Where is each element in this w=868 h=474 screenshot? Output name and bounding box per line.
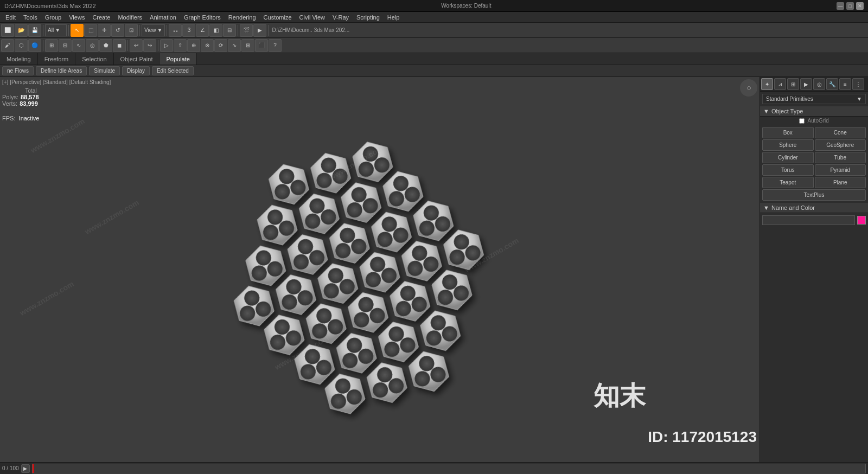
plane-btn[interactable]: Plane	[815, 177, 866, 188]
snap3d-btn[interactable]: 3	[182, 24, 195, 37]
object-type-header[interactable]: ▼ Object Type	[760, 106, 868, 117]
menu-civil-view[interactable]: Civil View	[296, 13, 328, 22]
question-btn[interactable]: ?	[269, 39, 282, 52]
sphere-btn[interactable]: Sphere	[762, 139, 814, 151]
drape-btn[interactable]: ⊟	[59, 39, 72, 52]
paint-btn[interactable]: 🖌	[1, 39, 14, 52]
sculpt-btn[interactable]: 🔵	[28, 39, 41, 52]
teapot-btn[interactable]: Teapot	[762, 177, 814, 188]
menu-tools[interactable]: Tools	[20, 13, 41, 22]
conform-btn[interactable]: ⊞	[45, 39, 58, 52]
edit-selected-btn[interactable]: Edit Selected	[152, 66, 194, 75]
flatten-btn[interactable]: ⊞	[241, 39, 254, 52]
tab-populate[interactable]: Populate	[159, 53, 196, 65]
create-tab-icon[interactable]: ✦	[761, 78, 773, 90]
relax-btn[interactable]: ∿	[72, 39, 85, 52]
render-btn[interactable]: ▶	[253, 24, 266, 37]
open-btn[interactable]: 📂	[15, 24, 28, 37]
fill-btn[interactable]: ⬛	[255, 39, 268, 52]
geosphere-btn[interactable]: GeoSphere	[815, 139, 866, 151]
ne-flows-btn[interactable]: ne Flows	[2, 66, 34, 75]
move2-btn[interactable]: ⊕	[187, 39, 200, 52]
save-btn[interactable]: 💾	[28, 24, 41, 37]
extra2-tab-icon[interactable]: ⋮	[852, 78, 864, 90]
menu-group[interactable]: Group	[42, 13, 65, 22]
timeline-track[interactable]	[32, 464, 866, 473]
object-name-input[interactable]	[762, 215, 855, 225]
new-scene-btn[interactable]: ⬜	[1, 24, 14, 37]
mirror-btn[interactable]: ◧	[209, 24, 222, 37]
rotate2-btn[interactable]: ⟳	[214, 39, 227, 52]
undo-btn[interactable]: ↩	[130, 39, 143, 52]
pyramid-btn[interactable]: Pyramid	[815, 164, 866, 176]
obj-btn[interactable]: ⬟	[99, 39, 112, 52]
menu-create[interactable]: Create	[89, 13, 113, 22]
tab-modeling[interactable]: Modeling	[0, 53, 38, 65]
menu-rendering[interactable]: Rendering	[225, 13, 259, 22]
minimize-button[interactable]: —	[837, 2, 844, 10]
close-button[interactable]: ✕	[856, 2, 864, 10]
autogrid-label: AutoGrid	[760, 117, 868, 125]
tube-btn[interactable]: Tube	[815, 152, 866, 163]
layer-dropdown[interactable]: All ▼	[45, 24, 67, 36]
utilities-tab-icon[interactable]: 🔧	[826, 78, 838, 90]
render-setup-btn[interactable]: 🎬	[240, 24, 253, 37]
color-swatch[interactable]	[857, 216, 866, 225]
maximize-button[interactable]: □	[846, 2, 854, 10]
name-color-header[interactable]: ▼ Name and Color	[760, 203, 868, 213]
shape-btn[interactable]: ▷	[160, 39, 173, 52]
select-btn[interactable]: ↖	[71, 24, 84, 37]
deform-btn[interactable]: ⬡	[15, 39, 28, 52]
redo-btn[interactable]: ↪	[143, 39, 156, 52]
nav-cube[interactable]: ⬡	[740, 79, 757, 97]
menu-modifiers[interactable]: Modifiers	[114, 13, 145, 22]
scale-btn[interactable]: ⊡	[125, 24, 138, 37]
hierarchy-tab-icon[interactable]: ⊞	[787, 78, 799, 90]
menu-views[interactable]: Views	[66, 13, 88, 22]
torus-btn[interactable]: Torus	[762, 164, 814, 176]
menu-animation[interactable]: Animation	[146, 13, 180, 22]
secondary-toolbar: ne Flows Define Idle Areas Simulate Disp…	[0, 65, 868, 77]
view-dropdown[interactable]: View ▼	[142, 24, 165, 36]
layer-label: All	[48, 27, 54, 33]
define-idle-areas-btn[interactable]: Define Idle Areas	[36, 66, 87, 75]
relax2-btn[interactable]: ∿	[228, 39, 241, 52]
poly-btn[interactable]: ◼	[113, 39, 126, 52]
cylinder-btn[interactable]: Cylinder	[762, 152, 814, 163]
shift-btn[interactable]: ⇧	[174, 39, 187, 52]
autogrid-checkbox[interactable]	[799, 118, 805, 124]
display-btn[interactable]: Display	[122, 66, 150, 75]
move-btn[interactable]: ✛	[98, 24, 111, 37]
fps-value: Inactive	[19, 115, 40, 121]
primitives-dropdown[interactable]: Standard Primitives ▼	[762, 94, 866, 104]
motion-tab-icon[interactable]: ▶	[800, 78, 812, 90]
textplus-btn[interactable]: TextPlus	[762, 189, 866, 201]
tab-object-paint[interactable]: Object Paint	[114, 53, 160, 65]
tab-selection[interactable]: Selection	[75, 53, 113, 65]
box-btn[interactable]: Box	[762, 127, 814, 138]
display-tab-icon[interactable]: ◎	[813, 78, 825, 90]
workspace-label: Workspaces: Default	[441, 3, 491, 9]
extra-tab-icon[interactable]: ≡	[839, 78, 851, 90]
simulate-btn[interactable]: Simulate	[89, 66, 120, 75]
scale2-btn[interactable]: ⊗	[201, 39, 214, 52]
menu-edit[interactable]: Edit	[2, 13, 19, 22]
tab-freeform[interactable]: Freeform	[38, 53, 76, 65]
viewport[interactable]: [+] [Perspective] [Standard] [Default Sh…	[0, 77, 760, 462]
menu-vray[interactable]: V-Ray	[329, 13, 352, 22]
modify-tab-icon[interactable]: ⊿	[774, 78, 786, 90]
snap-toggle-btn[interactable]: ⚏	[169, 24, 182, 37]
menu-graph-editors[interactable]: Graph Editors	[181, 13, 224, 22]
soft-sel-btn[interactable]: ◎	[86, 39, 99, 52]
dropdown-text: Standard Primitives	[766, 96, 813, 102]
rotate-btn[interactable]: ↺	[111, 24, 124, 37]
menu-help[interactable]: Help	[384, 13, 403, 22]
cone-btn[interactable]: Cone	[815, 127, 866, 138]
frame-forward-btn[interactable]: ▶	[21, 464, 30, 473]
menu-customize[interactable]: Customize	[260, 13, 295, 22]
timeline: 0 / 100 ▶	[0, 462, 868, 474]
align-btn[interactable]: ⊟	[223, 24, 236, 37]
angle-snap-btn[interactable]: ∠	[196, 24, 209, 37]
select-region-btn[interactable]: ⬚	[84, 24, 97, 37]
menu-scripting[interactable]: Scripting	[353, 13, 383, 22]
